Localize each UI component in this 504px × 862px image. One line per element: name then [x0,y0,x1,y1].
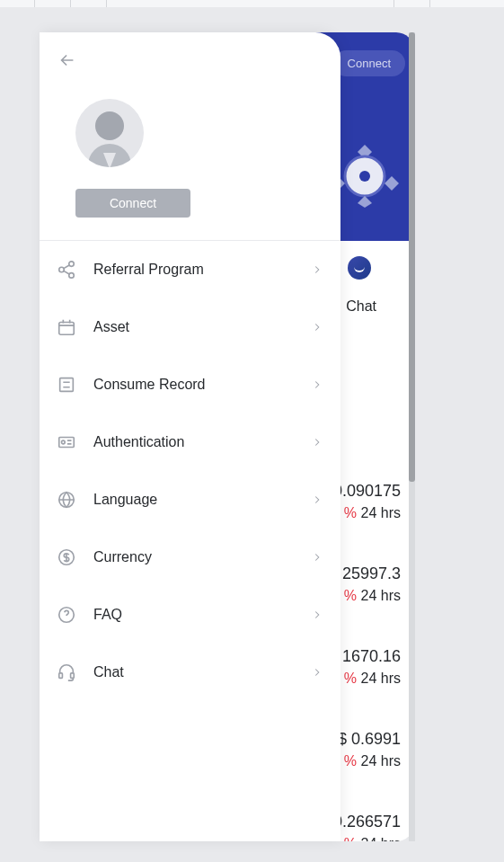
svg-marker-4 [385,176,399,191]
arrow-left-icon [57,50,77,70]
back-button[interactable] [56,49,79,72]
id-card-icon [56,431,77,453]
menu-item-language[interactable]: Language [40,471,340,529]
svg-rect-17 [71,673,75,679]
menu-item-consume-record[interactable]: Consume Record [40,356,340,413]
chevron-right-icon [310,608,324,622]
side-drawer: Connect Referral Program [40,32,340,841]
chevron-right-icon [310,378,324,392]
chevron-right-icon [310,435,324,449]
bg-chat-icon [348,256,371,280]
bg-chat-label: Chat [346,298,376,315]
globe-icon [56,489,77,511]
menu-label: Language [93,492,294,508]
headset-icon [56,662,77,683]
calendar-icon [56,316,77,338]
bg-connect-button[interactable]: Connect [333,50,405,76]
menu-label: Referral Program [93,262,294,278]
svg-rect-9 [59,323,75,335]
svg-point-12 [62,440,66,444]
svg-point-6 [69,262,75,267]
menu-label: Authentication [93,434,294,450]
list-icon [56,374,77,395]
menu-label: FAQ [93,607,294,623]
svg-point-8 [69,273,75,279]
chevron-right-icon [310,665,324,680]
menu-item-referral[interactable]: Referral Program [40,241,340,298]
svg-marker-5 [358,196,372,208]
chevron-right-icon [310,320,324,334]
menu-label: Chat [93,664,294,680]
dollar-icon [56,547,77,568]
menu-item-currency[interactable]: Currency [40,529,340,586]
svg-point-2 [359,171,370,182]
avatar [75,99,144,167]
menu-label: Asset [93,319,294,335]
chevron-right-icon [310,262,324,277]
share-icon [56,259,77,280]
scrollbar-thumb[interactable] [409,32,415,482]
menu-item-chat[interactable]: Chat [40,644,340,701]
help-icon [56,604,77,626]
menu-label: Currency [93,549,294,565]
menu-item-faq[interactable]: FAQ [40,586,340,644]
svg-rect-10 [60,378,74,392]
svg-rect-16 [59,673,63,679]
scrollbar[interactable] [409,32,415,841]
connect-button[interactable]: Connect [75,189,190,218]
chevron-right-icon [310,493,324,507]
svg-point-7 [59,267,65,272]
menu-item-authentication[interactable]: Authentication [40,413,340,471]
menu-item-asset[interactable]: Asset [40,298,340,356]
chevron-right-icon [310,550,324,564]
menu-label: Consume Record [93,377,294,393]
menu-list: Referral Program Asset [40,241,340,701]
